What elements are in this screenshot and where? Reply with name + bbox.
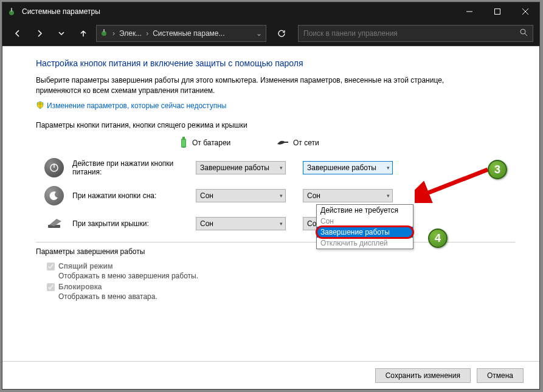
- lock-row: Блокировка: [47, 283, 515, 291]
- column-headers: От батареи От сети: [179, 136, 515, 151]
- sleep-mode-desc: Отображать в меню завершения работы.: [58, 272, 515, 280]
- col-ac-label: От сети: [293, 139, 319, 147]
- page-description: Выберите параметры завершения работы для…: [36, 75, 449, 96]
- dropdown-value: Завершение работы: [200, 163, 269, 172]
- breadcrumb[interactable]: › Элек... › Системные параме... ⌄: [96, 25, 266, 42]
- change-settings-label: Изменение параметров, которые сейчас нед…: [47, 101, 227, 110]
- change-settings-link[interactable]: Изменение параметров, которые сейчас нед…: [36, 101, 227, 111]
- search-box[interactable]: [298, 25, 533, 42]
- row-sleep-label: При нажатии кнопки сна:: [72, 191, 191, 200]
- search-input[interactable]: [303, 29, 519, 38]
- window-controls: [455, 2, 539, 21]
- folder-icon: [100, 27, 110, 39]
- annotation-callout-4: 4: [428, 229, 448, 248]
- row-lid-label: При закрытии крышки:: [72, 219, 191, 228]
- app-icon: [7, 7, 17, 16]
- col-battery-label: От батареи: [192, 139, 230, 147]
- sleep-ac-dropdown[interactable]: Сон ▾: [303, 189, 393, 202]
- dropdown-option[interactable]: Отключить дисплей: [317, 238, 413, 249]
- recent-button[interactable]: [52, 24, 71, 43]
- section-shutdown-label: Параметры завершения работы: [36, 247, 515, 256]
- dropdown-option[interactable]: Сон: [317, 216, 413, 227]
- back-button[interactable]: [9, 24, 27, 43]
- dropdown-value: Сон: [200, 191, 213, 200]
- search-icon[interactable]: [519, 28, 528, 38]
- power-ac-dropdown-open[interactable]: Действие не требуется Сон Завершение раб…: [316, 204, 413, 249]
- svg-line-9: [525, 33, 527, 36]
- breadcrumb-crumb-1[interactable]: Элек...: [117, 29, 144, 38]
- sleep-mode-checkbox: [47, 263, 55, 270]
- close-button[interactable]: [511, 2, 539, 21]
- svg-rect-11: [182, 137, 185, 139]
- svg-point-8: [521, 29, 525, 34]
- chevron-down-icon: ▾: [280, 193, 283, 199]
- window: Системные параметры › Элек... › Системны…: [2, 2, 540, 390]
- sleep-button-icon: [44, 186, 64, 205]
- shutdown-section: Спящий режим Отображать в меню завершени…: [36, 262, 515, 301]
- dropdown-option[interactable]: Действие не требуется: [317, 205, 413, 216]
- up-button[interactable]: [74, 24, 92, 43]
- chevron-right-icon: ›: [146, 29, 148, 38]
- chevron-down-icon[interactable]: ⌄: [256, 29, 262, 38]
- footer: Сохранить изменения Отмена: [2, 361, 539, 389]
- chevron-down-icon: ▾: [280, 165, 283, 171]
- sleep-mode-label: Спящий режим: [58, 262, 113, 270]
- svg-rect-1: [11, 8, 12, 12]
- svg-rect-3: [495, 9, 500, 15]
- row-power-label: Действие при нажатии кнопки питания:: [72, 159, 191, 176]
- sleep-battery-dropdown[interactable]: Сон ▾: [196, 189, 286, 202]
- sleep-mode-row: Спящий режим: [47, 262, 515, 270]
- maximize-button[interactable]: [483, 2, 511, 21]
- power-ac-dropdown[interactable]: Завершение работы ▾: [303, 161, 393, 174]
- plug-icon: [276, 138, 289, 148]
- annotation-callout-3: 3: [488, 160, 507, 179]
- chevron-down-icon: ▾: [387, 165, 390, 171]
- lock-desc: Отображать в меню аватара.: [58, 292, 515, 301]
- col-ac-header: От сети: [276, 136, 373, 151]
- annotation-arrow: [415, 167, 494, 203]
- titlebar: Системные параметры: [2, 2, 539, 21]
- cancel-button[interactable]: Отмена: [477, 368, 524, 383]
- svg-rect-7: [103, 29, 105, 32]
- dropdown-option-selected[interactable]: Завершение работы: [317, 227, 413, 238]
- toolbar: › Элек... › Системные параме... ⌄: [2, 21, 539, 46]
- forward-button[interactable]: [30, 24, 49, 43]
- svg-rect-12: [182, 140, 185, 146]
- save-button[interactable]: Сохранить изменения: [375, 368, 471, 383]
- shield-icon: [36, 101, 44, 111]
- col-battery-header: От батареи: [179, 136, 276, 151]
- dropdown-value: Сон: [307, 191, 320, 200]
- lock-label: Блокировка: [58, 283, 102, 291]
- minimize-button[interactable]: [455, 2, 483, 21]
- content: Настройка кнопок питания и включение защ…: [2, 46, 539, 362]
- dropdown-value: Завершение работы: [307, 163, 376, 172]
- breadcrumb-crumb-2[interactable]: Системные параме...: [151, 29, 226, 38]
- chevron-down-icon: ▾: [280, 221, 283, 227]
- chevron-down-icon: ▾: [387, 193, 390, 199]
- dropdown-value: Сон: [200, 219, 213, 228]
- lock-checkbox: [47, 283, 55, 291]
- lid-battery-dropdown[interactable]: Сон ▾: [196, 217, 286, 230]
- page-title: Настройка кнопок питания и включение защ…: [36, 58, 515, 68]
- power-button-icon: [44, 158, 64, 177]
- battery-icon: [179, 136, 188, 151]
- chevron-right-icon: ›: [112, 29, 115, 38]
- power-battery-dropdown[interactable]: Завершение работы ▾: [196, 161, 286, 174]
- lid-icon: [44, 214, 64, 233]
- window-title: Системные параметры: [22, 7, 455, 16]
- svg-line-16: [421, 170, 488, 196]
- section-power-buttons-label: Параметры кнопки питания, кнопки спящего…: [36, 121, 515, 129]
- refresh-button[interactable]: [272, 24, 291, 43]
